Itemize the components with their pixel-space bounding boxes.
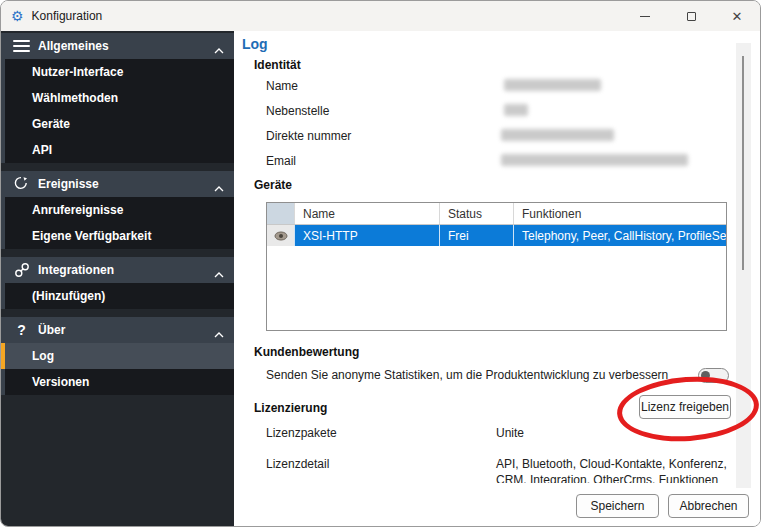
sidebar-header-integrationen[interactable]: Integrationen: [1, 257, 234, 283]
chevron-up-icon: [214, 327, 224, 341]
device-name: XSI-HTTP: [295, 225, 440, 246]
sidebar-item-hinzufuegen[interactable]: (Hinzufügen): [1, 283, 234, 309]
window-controls: ✕: [622, 1, 760, 31]
license-detail-value-line2: CRM, Integration, OtherCrms, Funktionen: [496, 473, 718, 483]
page-title: Log: [242, 36, 268, 52]
redacted-value: [504, 79, 601, 91]
sidebar-item-label: API: [32, 143, 52, 157]
maximize-icon: [687, 12, 696, 21]
chevron-up-icon: [214, 267, 224, 281]
content-area: Log Identität Name Nebenstelle Direkte n…: [234, 31, 761, 526]
sidebar-item-log[interactable]: Log: [1, 343, 234, 369]
hamburger-icon: [5, 40, 38, 52]
events-icon: [5, 176, 38, 192]
redacted-value: [501, 154, 688, 166]
feedback-row: Senden Sie anonyme Statistiken, um die P…: [266, 368, 728, 384]
sidebar-header-ueber[interactable]: ? Über: [1, 317, 234, 343]
device-status: Frei: [440, 225, 514, 246]
sidebar-item-label: (Hinzufügen): [32, 289, 105, 303]
sidebar-item-waehlmethoden[interactable]: Wählmethoden: [1, 85, 234, 111]
minimize-icon: [640, 16, 650, 17]
field-label: Direkte nummer: [266, 129, 351, 143]
sidebar-group-allgemeines: Allgemeines Nutzer-Interface Wählmethode…: [1, 33, 234, 163]
sidebar-item-label: Wählmethoden: [32, 91, 118, 105]
sidebar-header-label: Integrationen: [38, 263, 114, 277]
sidebar-header-label: Ereignisse: [38, 177, 99, 191]
identity-heading: Identität: [254, 58, 301, 72]
redacted-value: [501, 129, 614, 141]
sidebar-item-label: Anrufereignisse: [32, 203, 123, 217]
sidebar-item-label: Geräte: [32, 117, 70, 131]
name-column-header[interactable]: Name: [295, 203, 440, 224]
license-detail-row: Lizenzdetail API, Bluetooth, Cloud-Konta…: [266, 457, 728, 473]
sidebar-header-allgemeines[interactable]: Allgemeines: [1, 33, 234, 59]
sidebar-item-label: Nutzer-Interface: [32, 65, 123, 79]
toggle-knob: [701, 371, 710, 380]
cancel-button[interactable]: Abbrechen: [668, 494, 749, 518]
feedback-heading: Kundenbewertung: [254, 345, 359, 359]
sidebar-item-eigene-verfuegbarkeit[interactable]: Eigene Verfügbarkeit: [1, 223, 234, 249]
scrollbar-track[interactable]: [736, 43, 751, 488]
minimize-button[interactable]: [622, 1, 668, 31]
chevron-up-icon: [214, 43, 224, 57]
licensing-heading: Lizenzierung: [254, 401, 327, 415]
chevron-up-icon: [214, 181, 224, 195]
sidebar-item-versionen[interactable]: Versionen: [1, 369, 234, 395]
close-icon: ✕: [732, 10, 743, 23]
license-detail-value-line1: API, Bluetooth, Cloud-Kontakte, Konferen…: [496, 457, 727, 471]
identity-row-name: Name: [266, 79, 728, 95]
window-title: Konfiguration: [32, 9, 103, 23]
table-row[interactable]: XSI-HTTP Frei Telephony, Peer, CallHisto…: [267, 225, 726, 246]
sidebar-item-label: Versionen: [32, 375, 89, 389]
field-label: Nebenstelle: [266, 104, 329, 118]
field-label: Name: [266, 79, 298, 93]
feedback-text: Senden Sie anonyme Statistiken, um die P…: [266, 368, 668, 382]
titlebar: ⚙ Konfiguration ✕: [1, 1, 760, 31]
license-packages-value: Unite: [496, 426, 524, 440]
device-functions: Telephony, Peer, CallHistory, ProfileSet…: [514, 225, 726, 246]
sidebar-item-api[interactable]: API: [1, 137, 234, 163]
sidebar-item-anrufereignisse[interactable]: Anrufereignisse: [1, 197, 234, 223]
sidebar-item-geraete[interactable]: Geräte: [1, 111, 234, 137]
sidebar-group-ueber: ? Über Log Versionen: [1, 317, 234, 395]
sidebar-header-ereignisse[interactable]: Ereignisse: [1, 171, 234, 197]
eye-icon: [267, 225, 295, 246]
save-button[interactable]: Speichern: [576, 494, 659, 518]
field-label: Lizenzpakete: [266, 426, 337, 440]
content-viewport: Log Identität Name Nebenstelle Direkte n…: [234, 31, 736, 483]
license-packages-row: Lizenzpakete Unite: [266, 426, 728, 442]
close-button[interactable]: ✕: [714, 1, 760, 31]
gear-icon: ⚙: [11, 9, 24, 23]
configuration-window: ⚙ Konfiguration ✕ Allgemeines Nutzer-Int…: [0, 0, 761, 527]
identity-row-nebenstelle: Nebenstelle: [266, 104, 728, 120]
devices-heading: Geräte: [254, 178, 292, 192]
icon-column-header[interactable]: [267, 203, 295, 224]
maximize-button[interactable]: [668, 1, 714, 31]
sidebar-item-nutzer-interface[interactable]: Nutzer-Interface: [1, 59, 234, 85]
functions-column-header[interactable]: Funktionen: [514, 203, 726, 224]
status-column-header[interactable]: Status: [440, 203, 514, 224]
sidebar: Allgemeines Nutzer-Interface Wählmethode…: [1, 31, 234, 526]
redacted-value: [504, 104, 528, 116]
sidebar-header-label: Allgemeines: [38, 39, 109, 53]
identity-row-direkte-nummer: Direkte nummer: [266, 129, 728, 145]
identity-row-email: Email: [266, 154, 728, 170]
sidebar-group-ereignisse: Ereignisse Anrufereignisse Eigene Verfüg…: [1, 171, 234, 249]
sidebar-item-label: Log: [32, 349, 54, 363]
sidebar-header-label: Über: [38, 323, 65, 337]
question-icon: ?: [5, 322, 38, 338]
scrollbar-thumb[interactable]: [742, 56, 744, 270]
statistics-toggle[interactable]: [698, 368, 729, 383]
release-license-button[interactable]: Lizenz freigeben: [639, 395, 731, 419]
sidebar-group-integrationen: Integrationen (Hinzufügen): [1, 257, 234, 309]
devices-table-header: Name Status Funktionen: [267, 203, 726, 225]
field-label: Lizenzdetail: [266, 457, 329, 471]
devices-table: Name Status Funktionen XSI-HTTP Frei Tel…: [266, 202, 727, 331]
field-label: Email: [266, 154, 296, 168]
link-icon: [5, 262, 38, 278]
sidebar-item-label: Eigene Verfügbarkeit: [32, 229, 151, 243]
